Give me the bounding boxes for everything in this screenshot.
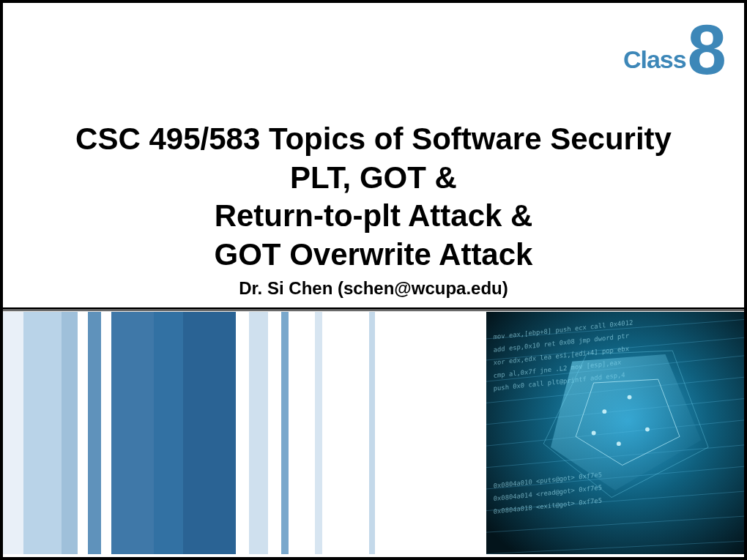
bar xyxy=(154,312,183,554)
bar xyxy=(183,312,236,554)
bar xyxy=(88,312,101,554)
class-badge: Class 8 xyxy=(623,23,724,80)
decorative-code-image: mov eax,[ebp+8] push ecx call 0x4012 add… xyxy=(486,312,744,554)
svg-point-14 xyxy=(645,428,650,432)
bar xyxy=(369,312,375,554)
blue-bars xyxy=(3,312,486,554)
title-block: CSC 495/583 Topics of Software Security … xyxy=(3,120,744,299)
footer-band: mov eax,[ebp+8] push ecx call 0x4012 add… xyxy=(3,312,744,554)
bar xyxy=(315,312,322,554)
bar xyxy=(23,312,62,554)
title-line-2: PLT, GOT & xyxy=(3,159,744,198)
slide: Class 8 CSC 495/583 Topics of Software S… xyxy=(0,0,747,560)
bar xyxy=(249,312,268,554)
bar xyxy=(281,312,289,554)
title-line-4: GOT Overwrite Attack xyxy=(3,236,744,275)
author-line: Dr. Si Chen (schen@wcupa.edu) xyxy=(3,278,744,299)
svg-point-16 xyxy=(592,431,596,436)
bar xyxy=(3,312,23,554)
class-label: Class xyxy=(623,45,686,74)
bar xyxy=(289,312,315,554)
bar xyxy=(101,312,111,554)
bar xyxy=(268,312,281,554)
svg-point-15 xyxy=(617,441,621,446)
bar xyxy=(236,312,249,554)
title-line-1: CSC 495/583 Topics of Software Security xyxy=(3,120,744,159)
class-number: 8 xyxy=(688,23,724,76)
bar xyxy=(375,312,486,554)
title-line-3: Return-to-plt Attack & xyxy=(3,197,744,236)
bar xyxy=(62,312,78,554)
bar xyxy=(322,312,369,554)
divider-thin xyxy=(3,310,744,311)
slide-inner: Class 8 CSC 495/583 Topics of Software S… xyxy=(3,3,744,557)
svg-point-12 xyxy=(602,409,606,414)
divider-thick xyxy=(3,307,744,310)
bar xyxy=(78,312,88,554)
svg-point-13 xyxy=(628,395,632,400)
bar xyxy=(111,312,154,554)
